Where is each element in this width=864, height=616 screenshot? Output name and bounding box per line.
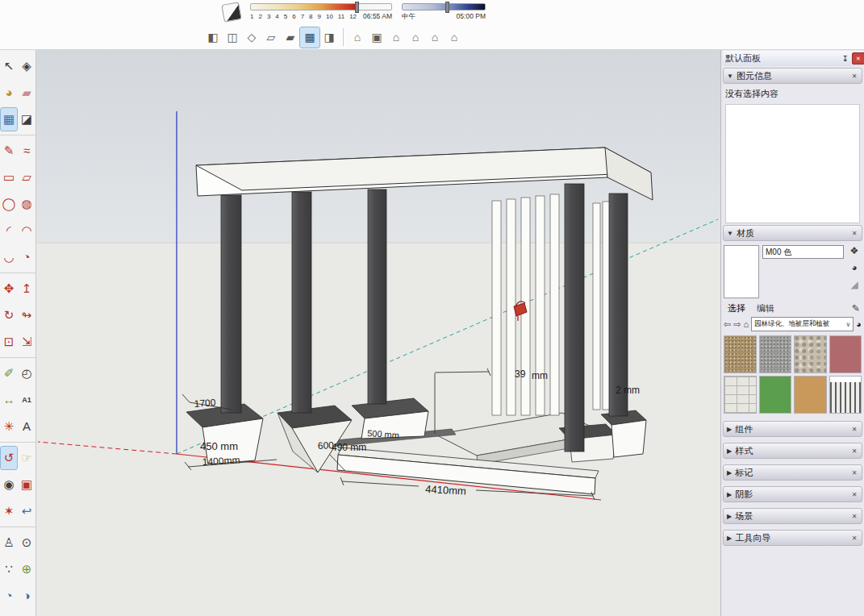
section-shadows[interactable]: ▶ 阴影 ✕ xyxy=(723,486,862,502)
section-tags[interactable]: ▶ 标记 ✕ xyxy=(723,464,862,481)
two-point-arc-tool[interactable]: ◠ xyxy=(19,219,35,242)
view-top-button[interactable]: ▣ xyxy=(367,27,386,48)
arc-tool[interactable]: ◜ xyxy=(1,219,17,242)
zoom-tool[interactable]: ◉ xyxy=(1,473,17,496)
style-shaded-button[interactable]: ▰ xyxy=(281,27,300,48)
rectangle-tool[interactable]: ▭ xyxy=(1,166,17,189)
materials-close-icon[interactable]: ✕ xyxy=(850,230,858,237)
polygon-tool[interactable]: ◍ xyxy=(19,193,35,215)
dimension-tool[interactable]: ↔ xyxy=(1,389,17,411)
pin-icon[interactable]: ↧ xyxy=(842,54,849,63)
swatch-pavers[interactable] xyxy=(724,376,757,414)
entity-info-close-icon[interactable]: ✕ xyxy=(850,73,858,80)
three-point-arc-tool[interactable]: ◡ xyxy=(1,246,17,268)
style-back-edges-button[interactable]: ◫ xyxy=(223,27,242,48)
pan-tool[interactable]: ☞ xyxy=(19,447,35,469)
push-eraser-tool[interactable]: ◪ xyxy=(19,108,35,131)
tray-close-button[interactable]: ✕ xyxy=(852,52,864,65)
paint-bucket-tool[interactable]: ◕ xyxy=(1,81,17,104)
rotated-rectangle-tool[interactable]: ▱ xyxy=(19,166,35,189)
viewport-canvas[interactable]: 1700 450 mm 1400mm 600 490 mm 500 mm 441… xyxy=(36,50,720,616)
zoom-previous-tool[interactable]: ↩ xyxy=(19,500,35,522)
view-left-button[interactable]: ⌂ xyxy=(445,27,464,48)
zoom-extents-tool[interactable]: ✶ xyxy=(1,500,17,522)
swatch-gravel-brown[interactable] xyxy=(724,335,757,373)
tab-edit[interactable]: 编辑 xyxy=(757,302,774,314)
position-camera-tool[interactable]: ♙ xyxy=(1,531,17,554)
text-tool[interactable]: A1 xyxy=(19,389,35,411)
style-xray-button[interactable]: ◧ xyxy=(203,27,223,48)
time-slider-track[interactable] xyxy=(402,3,486,10)
home-icon[interactable]: ⌂ xyxy=(743,319,749,329)
shadow-time-slider[interactable]: 中午 05:00 PM xyxy=(402,3,486,22)
shadow-date-slider[interactable]: 123456789101112 06:55 AM xyxy=(250,3,392,20)
create-material-button[interactable]: ❖ xyxy=(850,245,859,256)
materials-header[interactable]: ▼ 材质 ✕ xyxy=(723,225,862,241)
section-close-icon[interactable]: ✕ xyxy=(850,535,858,542)
tab-select[interactable]: 选择 xyxy=(728,302,745,314)
circle-tool[interactable]: ◯ xyxy=(1,193,17,215)
forward-arrow-icon[interactable]: ⇨ xyxy=(733,319,741,330)
follow-me-tool[interactable]: ↬ xyxy=(19,304,35,327)
swatch-fence[interactable] xyxy=(829,376,862,414)
zoom-window-tool[interactable]: ▣ xyxy=(19,473,35,496)
secondary-pane-toggle[interactable]: ◢ xyxy=(850,279,858,290)
make-component-tool[interactable]: ◈ xyxy=(19,55,35,77)
time-slider-handle[interactable] xyxy=(445,2,449,13)
freehand-tool[interactable]: ≈ xyxy=(19,139,35,162)
3d-text-tool[interactable]: A xyxy=(19,415,35,438)
entity-info-header[interactable]: ▼ 图元信息 ✕ xyxy=(723,68,862,84)
section-close-icon[interactable]: ✕ xyxy=(850,447,858,455)
swatch-rose[interactable] xyxy=(829,335,862,373)
style-hidden-line-button[interactable]: ▱ xyxy=(261,27,281,48)
section-components[interactable]: ▶ 组件 ✕ xyxy=(723,421,862,437)
section-instructor[interactable]: ▶ 工具向导 ✕ xyxy=(723,530,862,546)
eraser-tool[interactable]: ▰ xyxy=(19,81,35,104)
tape-measure-tool[interactable]: ✐ xyxy=(1,362,17,385)
sample-paint-eyedropper-icon[interactable]: ✐ xyxy=(849,304,861,312)
section-close-icon[interactable]: ✕ xyxy=(850,513,858,520)
axes-tool[interactable]: ✳ xyxy=(1,415,17,438)
swatch-gravel-gray[interactable] xyxy=(759,335,792,373)
material-name-field[interactable]: M00 色 xyxy=(762,245,844,259)
style-monochrome-button[interactable]: ◨ xyxy=(319,27,339,48)
material-category-dropdown[interactable]: 园林绿化、地被层和植被 ∨ xyxy=(751,317,854,331)
line-tool[interactable]: ✎ xyxy=(1,139,17,162)
swatch-grass-green[interactable] xyxy=(759,376,792,414)
look-around-tool[interactable]: ⊙ xyxy=(19,531,35,554)
rotate-tool[interactable]: ↻ xyxy=(1,304,17,327)
view-front-button[interactable]: ⌂ xyxy=(386,27,406,48)
protractor-tool[interactable]: ◴ xyxy=(19,362,35,385)
section-scenes[interactable]: ▶ 场景 ✕ xyxy=(723,508,862,524)
shadow-toggle-icon[interactable] xyxy=(221,2,241,22)
view-back-button[interactable]: ⌂ xyxy=(425,27,445,48)
offset-tool[interactable]: ⊡ xyxy=(1,331,17,353)
move-tool[interactable]: ✥ xyxy=(1,277,17,300)
orbit-tool[interactable]: ↺ xyxy=(1,447,17,469)
view-iso-button[interactable]: ⌂ xyxy=(348,27,367,48)
pie-tool[interactable]: ◔ xyxy=(19,246,35,268)
style-shaded-textures-button[interactable]: ▦ xyxy=(300,27,319,48)
walk-tool[interactable]: ∵ xyxy=(1,558,17,581)
partial-tool-right[interactable]: ◑ xyxy=(19,585,35,607)
section-plane-tool[interactable]: ⊕ xyxy=(19,558,35,581)
section-close-icon[interactable]: ✕ xyxy=(850,491,858,498)
in-model-bucket-icon[interactable]: ◕ xyxy=(856,319,862,329)
paint-bucket-icon[interactable]: ◕ xyxy=(851,262,857,273)
back-arrow-icon[interactable]: ⇦ xyxy=(724,319,731,330)
swatch-cobblestone[interactable] xyxy=(794,335,827,373)
date-slider-track[interactable] xyxy=(250,3,392,10)
section-styles[interactable]: ▶ 样式 ✕ xyxy=(723,443,862,459)
partial-tool-left[interactable]: ◔ xyxy=(1,585,17,607)
xray-style-tool[interactable]: ▦ xyxy=(1,108,17,131)
section-close-icon[interactable]: ✕ xyxy=(850,469,858,477)
section-close-icon[interactable]: ✕ xyxy=(850,426,858,433)
push-pull-tool[interactable]: ↥ xyxy=(19,277,35,300)
date-slider-handle[interactable] xyxy=(355,2,359,13)
material-preview-thumbnail[interactable] xyxy=(724,245,759,298)
select-tool[interactable]: ↖ xyxy=(1,55,17,77)
swatch-sand-tan[interactable] xyxy=(794,376,827,414)
scale-tool[interactable]: ⇲ xyxy=(19,331,35,353)
style-wireframe-button[interactable]: ◇ xyxy=(242,27,261,48)
modeling-viewport[interactable]: 1700 450 mm 1400mm 600 490 mm 500 mm 441… xyxy=(36,50,720,616)
